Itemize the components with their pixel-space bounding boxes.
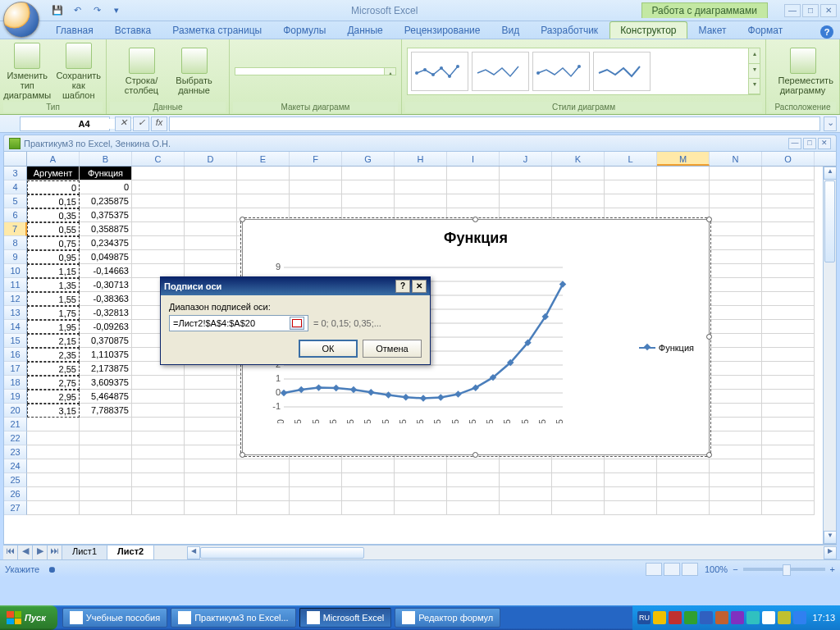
cell[interactable] [290,194,342,208]
cell[interactable] [290,459,342,473]
row-header[interactable]: 27 [4,501,27,515]
col-header[interactable]: H [395,152,447,166]
cell[interactable] [185,404,237,418]
row-header[interactable]: 26 [4,487,27,501]
cell[interactable] [132,418,185,431]
row-header[interactable]: 12 [4,292,27,306]
cell[interactable]: 1,55 [27,292,80,306]
col-header[interactable]: F [290,152,342,166]
row-header[interactable]: 13 [4,306,27,320]
cell[interactable] [132,222,185,236]
zoom-out-icon[interactable]: − [733,564,737,574]
cell[interactable] [342,487,395,501]
cell[interactable]: -0,38363 [80,292,132,306]
chart-title[interactable]: Функция [243,220,709,257]
col-header[interactable]: B [80,152,132,166]
cell[interactable] [185,473,237,487]
tray-icon[interactable] [684,611,697,624]
cell[interactable]: 2,173875 [80,362,132,376]
row-header[interactable]: 8 [4,236,27,250]
cell[interactable] [185,431,237,445]
cell[interactable] [762,348,815,362]
cell[interactable]: 2,95 [27,390,80,404]
col-header[interactable]: M [657,152,710,166]
cell[interactable] [132,376,185,390]
cell[interactable] [447,194,500,208]
tray-icon[interactable] [793,611,806,624]
tab-Вид[interactable]: Вид [491,22,529,39]
cell[interactable]: 0,75 [27,236,80,250]
save-template-button[interactable]: Сохранить как шаблон [55,43,103,100]
cell[interactable]: 0 [27,180,80,194]
taskbar-item[interactable]: Редактор формул [395,608,500,628]
cell[interactable]: 0,95 [27,250,80,264]
row-header[interactable]: 7 [4,222,27,236]
cell[interactable]: 2,75 [27,376,80,390]
cell[interactable]: 1,110375 [80,348,132,362]
close-button[interactable]: ✕ [820,4,837,17]
row-header[interactable]: 24 [4,459,27,473]
name-box[interactable]: ▾ [20,116,110,131]
change-chart-type-button[interactable]: Изменить тип диаграммы [3,43,52,100]
cell[interactable] [132,180,185,194]
minimize-button[interactable]: — [784,4,801,17]
col-header[interactable]: N [710,152,762,166]
cell[interactable] [710,362,762,376]
cell[interactable] [657,194,710,208]
cell[interactable] [552,501,605,515]
cell[interactable] [27,473,80,487]
cell[interactable]: 0,234375 [80,236,132,250]
cell[interactable] [447,180,500,194]
sheet-tab[interactable]: Лист2 [107,546,154,559]
cell[interactable] [132,445,185,459]
cell[interactable] [605,487,657,501]
cell[interactable] [27,418,80,431]
row-header[interactable]: 18 [4,376,27,390]
vertical-scrollbar[interactable]: ▲▼ [823,167,836,544]
cell[interactable] [762,376,815,390]
tab-Разметка страницы[interactable]: Разметка страницы [162,22,272,39]
col-header[interactable]: I [447,152,500,166]
cell[interactable] [552,167,605,180]
row-header[interactable]: 17 [4,362,27,376]
cell[interactable] [552,180,605,194]
cell[interactable] [185,390,237,404]
cell[interactable] [132,487,185,501]
cell[interactable] [657,180,710,194]
cell[interactable] [710,348,762,362]
dialog-title-bar[interactable]: Подписи оси ? ✕ [161,277,430,295]
cell[interactable] [80,431,132,445]
cell[interactable] [710,487,762,501]
cell[interactable] [710,208,762,222]
col-header[interactable]: O [762,152,815,166]
chart-styles-gallery[interactable]: ▴▾▾ [407,48,760,95]
cell[interactable] [500,180,552,194]
tab-Рецензирование[interactable]: Рецензирование [395,22,491,39]
formula-expand-icon[interactable]: ⌄ [824,116,837,131]
sheet-tab[interactable]: Лист1 [62,546,107,559]
office-button[interactable] [3,2,39,38]
save-icon[interactable]: 💾 [49,2,66,19]
row-header[interactable]: 9 [4,250,27,264]
cell[interactable]: 1,95 [27,320,80,334]
cell[interactable] [710,404,762,418]
cell[interactable] [290,473,342,487]
cell[interactable]: 2,35 [27,348,80,362]
clock[interactable]: 17:13 [812,613,835,623]
cell[interactable] [710,473,762,487]
tray-icon[interactable] [762,611,775,624]
cell[interactable]: 1,15 [27,264,80,278]
cell[interactable] [500,459,552,473]
cell[interactable] [185,222,237,236]
cell[interactable] [710,376,762,390]
cell[interactable] [762,487,815,501]
row-header[interactable]: 5 [4,194,27,208]
cell[interactable]: 0,375375 [80,208,132,222]
cell[interactable] [185,459,237,473]
cell[interactable] [447,473,500,487]
cell[interactable] [762,180,815,194]
cell[interactable] [710,306,762,320]
tab-Данные[interactable]: Данные [337,22,392,39]
cell[interactable] [185,180,237,194]
cell[interactable] [710,167,762,180]
